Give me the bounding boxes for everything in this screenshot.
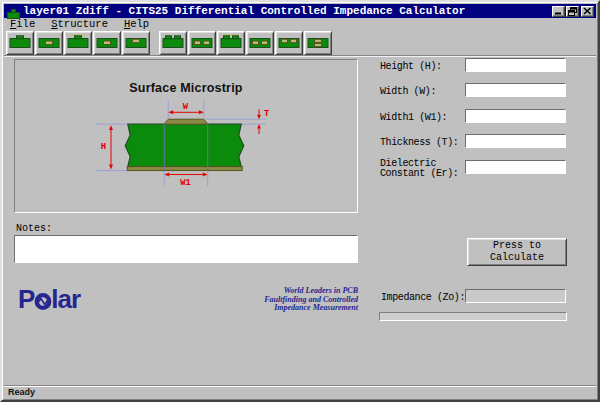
impedance-output[interactable] <box>465 289 566 303</box>
toolbar-coated-microstrip[interactable] <box>64 31 92 55</box>
brand-tagline: World Leaders in PCB Faultfinding and Co… <box>232 287 358 313</box>
dim-label-h: H <box>101 142 106 152</box>
dim-label-w: W <box>183 102 189 112</box>
status-bar: Ready <box>4 385 596 398</box>
substrate-shape <box>125 124 243 166</box>
toolbar-diff-coated-microstrip[interactable] <box>217 31 245 55</box>
diagram-title: Surface Microstrip <box>15 81 357 95</box>
logo-o-wave-icon <box>34 292 52 310</box>
menu-bar: FileStructureHelp <box>4 18 596 30</box>
calculate-button-line2: Calculate <box>468 252 566 264</box>
diagram-panel: W T H W1 Surface Microstrip <box>14 59 358 213</box>
notes-label: Notes: <box>16 223 52 234</box>
toolbar-embedded-microstrip[interactable] <box>35 31 63 55</box>
toolbar-stripline[interactable] <box>93 31 121 55</box>
toolbar-separator <box>4 55 596 57</box>
height-input[interactable] <box>465 58 566 72</box>
window-controls <box>552 6 594 17</box>
toolbar-offset-stripline[interactable] <box>122 31 150 55</box>
width1-input[interactable] <box>465 109 566 123</box>
toolbar-broadside-coupled-stripline[interactable] <box>304 31 332 55</box>
menu-help[interactable]: Help <box>124 18 157 30</box>
restore-button[interactable] <box>566 6 579 17</box>
polar-logo: P lar <box>18 285 80 313</box>
dim-label-w1: W1 <box>180 178 191 188</box>
width-input[interactable] <box>465 83 566 97</box>
trace-shape <box>164 119 207 124</box>
close-button[interactable] <box>581 6 594 17</box>
dim-label-t: T <box>264 109 270 119</box>
field-label-dielectric: Dielectric Constant (Er): <box>380 159 466 178</box>
window-title: layer01 Zdiff - CITS25 Differential Cont… <box>23 4 552 18</box>
tagline-line3: Impedance Measurement <box>232 304 358 313</box>
toolbar-diff-offset-stripline[interactable] <box>275 31 303 55</box>
toolbar-surface-microstrip[interactable] <box>6 31 34 55</box>
impedance-label: Impedance (Zo): <box>381 292 465 303</box>
app-window: layer01 Zdiff - CITS25 Differential Cont… <box>0 0 600 402</box>
menu-file[interactable]: File <box>10 18 43 30</box>
minimize-button[interactable] <box>552 6 565 17</box>
toolbar-diff-embedded-microstrip[interactable] <box>188 31 216 55</box>
field-label-width: Width (W): <box>380 87 466 97</box>
dielectric-input[interactable] <box>465 160 566 174</box>
field-label-width1: Width1 (W1): <box>380 113 466 123</box>
toolbar-diff-surface-microstrip[interactable] <box>159 31 187 55</box>
toolbar-diff-stripline[interactable] <box>246 31 274 55</box>
calculate-button-line1: Press to <box>468 240 566 252</box>
calc-progress-bar <box>379 312 567 321</box>
app-icon <box>7 6 20 16</box>
ground-plane-shape <box>127 167 242 171</box>
toolbar <box>4 30 596 55</box>
title-bar: layer01 Zdiff - CITS25 Differential Cont… <box>4 4 596 18</box>
thickness-input[interactable] <box>465 134 566 148</box>
field-label-height: Height (H): <box>380 62 466 72</box>
calculate-button[interactable]: Press to Calculate <box>467 238 567 266</box>
notes-textarea[interactable] <box>14 235 358 263</box>
menu-structure[interactable]: Structure <box>51 18 116 30</box>
field-label-thickness: Thickness (T): <box>380 138 466 148</box>
status-text: Ready <box>8 387 35 397</box>
